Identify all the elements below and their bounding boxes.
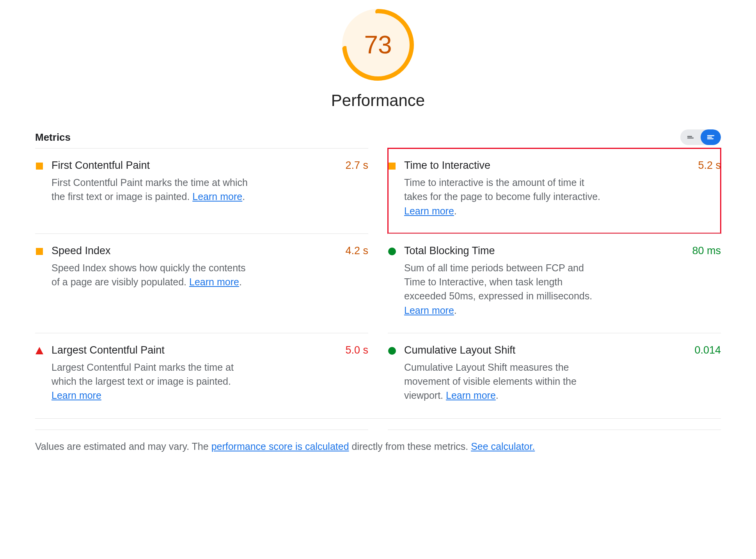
collapse-icon bbox=[686, 133, 695, 142]
metric-fcp: First Contentful Paint2.7 sFirst Content… bbox=[35, 148, 368, 234]
svg-marker-11 bbox=[35, 347, 43, 354]
svg-point-10 bbox=[388, 248, 396, 255]
footer-note: Values are estimated and may vary. The p… bbox=[35, 430, 721, 452]
learn-more-link[interactable]: Learn more bbox=[446, 390, 496, 401]
metric-value: 2.7 s bbox=[345, 159, 368, 172]
metric-description: First Contentful Paint marks the time at… bbox=[51, 175, 250, 204]
metric-value: 4.2 s bbox=[345, 245, 368, 257]
expand-icon bbox=[706, 133, 715, 142]
calc-link[interactable]: performance score is calculated bbox=[211, 441, 349, 452]
metric-name: Total Blocking Time bbox=[404, 245, 495, 257]
metric-value: 0.014 bbox=[694, 344, 721, 356]
metric-value: 5.0 s bbox=[345, 344, 368, 356]
svg-point-12 bbox=[388, 347, 396, 355]
svg-rect-7 bbox=[36, 163, 43, 170]
square-average-icon bbox=[35, 162, 44, 170]
metric-name: First Contentful Paint bbox=[51, 159, 150, 172]
gauge-title: Performance bbox=[331, 91, 425, 110]
view-expand-button[interactable] bbox=[701, 129, 721, 145]
metric-name: Time to Interactive bbox=[404, 159, 490, 172]
metric-si: Speed Index4.2 sSpeed Index shows how qu… bbox=[35, 234, 368, 333]
square-average-icon bbox=[35, 247, 44, 256]
performance-gauge: 73 Performance bbox=[35, 8, 721, 110]
see-calculator-link[interactable]: See calculator. bbox=[471, 441, 535, 452]
metric-description: Cumulative Layout Shift measures the mov… bbox=[404, 360, 603, 403]
svg-rect-8 bbox=[389, 163, 396, 170]
circle-pass-icon bbox=[388, 347, 396, 355]
view-collapse-button[interactable] bbox=[680, 129, 701, 145]
learn-more-link[interactable]: Learn more bbox=[404, 305, 454, 316]
metric-tbt: Total Blocking Time80 msSum of all time … bbox=[388, 234, 721, 333]
metric-name: Largest Contentful Paint bbox=[51, 344, 165, 356]
metric-name: Cumulative Layout Shift bbox=[404, 344, 515, 356]
square-average-icon bbox=[388, 162, 396, 170]
metric-description: Sum of all time periods between FCP and … bbox=[404, 261, 603, 317]
metric-lcp: Largest Contentful Paint5.0 sLargest Con… bbox=[35, 333, 368, 418]
circle-pass-icon bbox=[388, 247, 396, 256]
svg-rect-9 bbox=[36, 248, 43, 255]
metric-description: Time to interactive is the amount of tim… bbox=[404, 175, 603, 218]
metric-description: Speed Index shows how quickly the conten… bbox=[51, 261, 250, 289]
metric-value: 5.2 s bbox=[698, 159, 721, 172]
learn-more-link[interactable]: Learn more bbox=[189, 276, 239, 287]
learn-more-link[interactable]: Learn more bbox=[404, 205, 454, 216]
metrics-heading: Metrics bbox=[35, 131, 71, 143]
view-toggle bbox=[680, 129, 721, 145]
gauge-score: 73 bbox=[341, 8, 415, 82]
metric-description: Largest Contentful Paint marks the time … bbox=[51, 360, 250, 403]
learn-more-link[interactable]: Learn more bbox=[51, 390, 101, 401]
metric-value: 80 ms bbox=[692, 245, 721, 257]
metric-cls: Cumulative Layout Shift0.014Cumulative L… bbox=[388, 333, 721, 418]
triangle-fail-icon bbox=[35, 347, 44, 355]
learn-more-link[interactable]: Learn more bbox=[192, 191, 242, 202]
metric-name: Speed Index bbox=[51, 245, 111, 257]
metric-tti: Time to Interactive5.2 sTime to interact… bbox=[388, 148, 721, 234]
